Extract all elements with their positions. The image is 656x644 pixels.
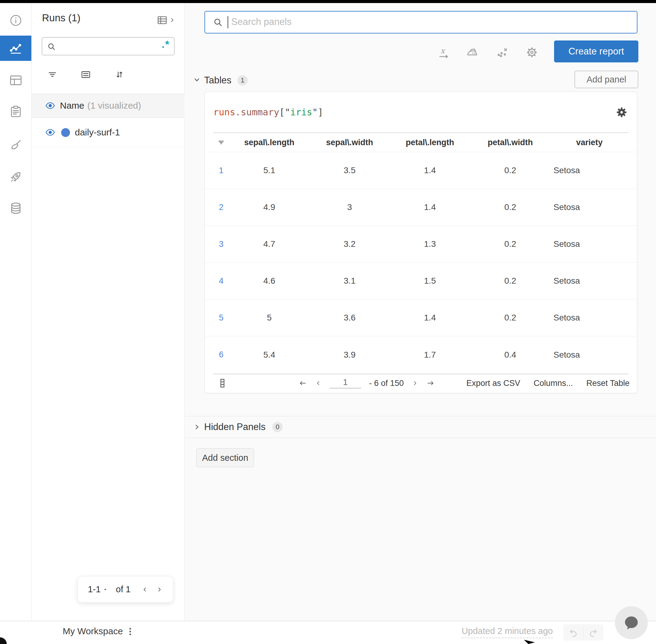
row-index-link[interactable]: 5: [213, 313, 229, 323]
hidden-panels-section[interactable]: Hidden Panels 0: [185, 416, 656, 438]
iris-table-panel: runs.summary["iris"]: [205, 92, 637, 393]
filter-runs-button[interactable]: [44, 66, 61, 83]
first-page-arrow-icon[interactable]: [299, 379, 307, 387]
column-header[interactable]: petal\.width: [470, 138, 550, 147]
name-column-label[interactable]: Name: [60, 100, 84, 111]
run-dot: [61, 128, 70, 137]
runs-name-header-row: Name (1 visualized): [32, 93, 185, 118]
search-icon: [212, 17, 223, 28]
cell-value: 3.9: [309, 350, 390, 360]
chevron-right-icon: [168, 17, 176, 24]
runs-title: Runs (1): [42, 12, 80, 24]
workspace-title[interactable]: My Workspace: [63, 626, 123, 637]
table-filter-button[interactable]: [213, 138, 229, 146]
page-total-label: of 1: [116, 584, 131, 594]
panel-settings-button[interactable]: [615, 106, 628, 119]
page-range-label[interactable]: 1-1: [88, 584, 101, 594]
row-index-link[interactable]: 4: [213, 276, 229, 286]
run-columns-button[interactable]: [77, 66, 94, 83]
code-token: iris: [290, 107, 312, 117]
redo-button[interactable]: [584, 624, 604, 641]
gear-solid-icon: [615, 106, 628, 119]
info-icon[interactable]: [0, 9, 31, 31]
cell-value: 0.2: [470, 202, 550, 212]
table-row: 65.43.91.70.4Setosa: [205, 336, 637, 373]
tables-section-chevron-icon[interactable]: [192, 75, 202, 84]
last-page-arrow-icon[interactable]: [426, 379, 435, 387]
run-list-item[interactable]: daily-surf-1: [32, 118, 185, 147]
filter-icon: [217, 138, 225, 146]
row-index-link[interactable]: 1: [213, 166, 229, 175]
hidden-panels-chevron-icon[interactable]: [192, 422, 202, 432]
search-panels-input[interactable]: Search panels: [205, 11, 637, 33]
undo-button[interactable]: [563, 624, 583, 641]
outliers-button[interactable]: [495, 45, 509, 59]
workspace-settings-button[interactable]: [525, 45, 539, 59]
x-axis-settings-button[interactable]: x: [437, 45, 451, 59]
database-artifacts-icon[interactable]: [0, 197, 31, 219]
run-name[interactable]: daily-surf-1: [75, 127, 120, 138]
column-header[interactable]: petal\.length: [390, 138, 470, 147]
cell-value: 4.6: [229, 276, 309, 286]
reset-table-button[interactable]: Reset Table: [586, 378, 630, 388]
code-token: runs: [213, 107, 235, 117]
updated-timestamp[interactable]: Updated 2 minutes ago: [462, 626, 553, 638]
chat-button[interactable]: [615, 606, 648, 639]
caret-down-icon[interactable]: [102, 587, 108, 592]
runs-pagination: 1-1 of 1: [77, 576, 173, 603]
gear-icon: [525, 46, 539, 59]
row-height-button[interactable]: [217, 378, 228, 389]
export-csv-button[interactable]: Export as CSV: [466, 378, 520, 388]
row-index-link[interactable]: 6: [213, 350, 229, 360]
add-panel-button[interactable]: Add panel: [575, 71, 638, 88]
sort-arrows-icon: [114, 69, 125, 80]
visibility-eye-icon[interactable]: [45, 100, 56, 111]
app-window: Runs (1) .*: [0, 0, 656, 644]
cell-value: Setosa: [550, 165, 628, 175]
prev-page-chevron-icon[interactable]: [315, 380, 322, 387]
regex-toggle-icon[interactable]: .*: [162, 38, 170, 50]
tables-section-title[interactable]: Tables: [204, 75, 232, 86]
workspace-menu-button[interactable]: [123, 624, 137, 639]
hidden-panels-count-badge: 0: [272, 422, 283, 432]
column-header[interactable]: variety: [550, 138, 628, 147]
expand-run-table-button[interactable]: [157, 14, 180, 27]
run-table-icon: [157, 14, 168, 26]
table-row: 553.61.40.2Setosa: [205, 299, 637, 336]
panel-code: runs.summary["iris"]: [213, 107, 323, 117]
cell-value: Setosa: [550, 313, 628, 323]
cell-value: 0.4: [470, 350, 550, 360]
row-index-link[interactable]: 3: [213, 239, 229, 249]
row-index-link[interactable]: 2: [213, 203, 229, 212]
column-header[interactable]: sepal\.width: [309, 138, 390, 147]
next-page-chevron-icon[interactable]: [412, 380, 418, 387]
columns-button[interactable]: Columns...: [534, 378, 573, 388]
x-axis-icon: x: [437, 46, 451, 59]
hidden-panels-title[interactable]: Hidden Panels: [204, 421, 266, 433]
cell-value: 3.5: [309, 165, 390, 175]
chevron-left-icon[interactable]: [141, 586, 148, 593]
chevron-right-icon[interactable]: [156, 586, 163, 593]
rocket-launch-icon[interactable]: [0, 166, 31, 188]
column-header[interactable]: sepal\.length: [229, 138, 309, 147]
cell-value: Setosa: [550, 350, 628, 360]
create-report-button[interactable]: Create report: [554, 41, 638, 62]
table-body: 15.13.51.40.2Setosa24.931.40.2Setosa34.7…: [205, 152, 637, 373]
panels-layout-icon[interactable]: [0, 69, 31, 91]
add-section-button[interactable]: Add section: [196, 448, 254, 467]
page-number-input[interactable]: 1: [329, 378, 361, 389]
visualized-count-label: (1 visualized): [87, 100, 141, 111]
sort-runs-button[interactable]: [111, 66, 128, 83]
charts-workspace-tab[interactable]: [0, 36, 31, 61]
runs-search-input[interactable]: [59, 39, 161, 53]
kebab-menu-icon: [125, 626, 135, 637]
smoothing-button[interactable]: [466, 45, 479, 59]
code-token: summary: [241, 107, 279, 117]
list-icon: [80, 69, 91, 80]
table-footer: 1 - 6 of 150 Export as CSV Columns... Re…: [205, 375, 637, 392]
clipboard-icon[interactable]: [0, 100, 31, 122]
sweep-broom-icon[interactable]: [0, 134, 31, 156]
table-header-row: sepal\.lengthsepal\.widthpetal\.lengthpe…: [205, 133, 637, 152]
visibility-eye-icon[interactable]: [45, 127, 56, 138]
top-black-bar: [0, 0, 656, 3]
